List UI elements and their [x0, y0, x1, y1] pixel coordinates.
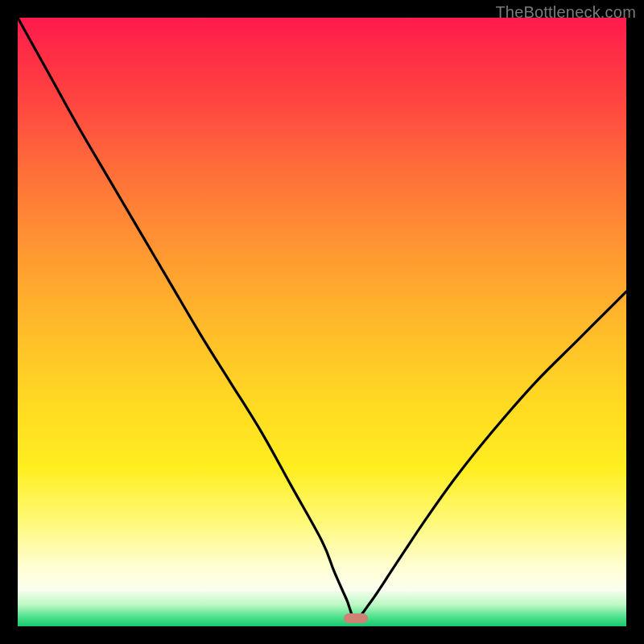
bottleneck-curve	[18, 18, 626, 626]
plot-area	[18, 18, 626, 626]
chart-frame: TheBottleneck.com	[0, 0, 644, 644]
bottleneck-minimum-marker	[344, 613, 368, 623]
